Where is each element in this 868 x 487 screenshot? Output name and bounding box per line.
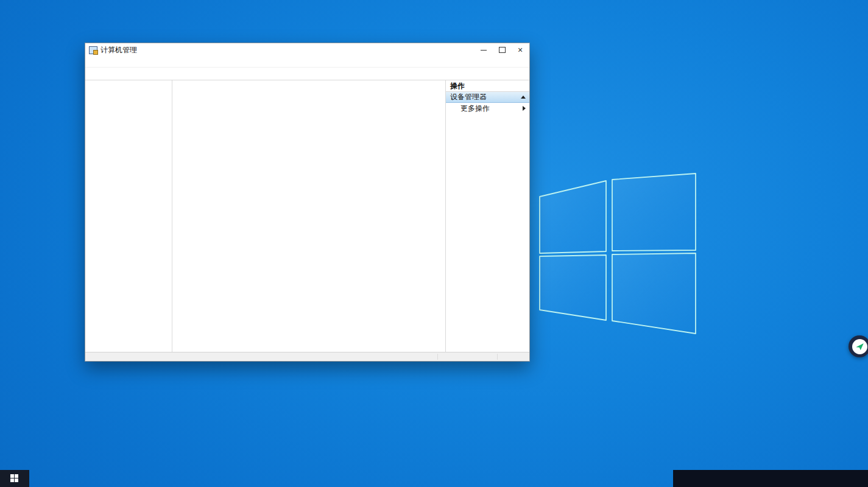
windows-logo-icon [10, 474, 19, 483]
collapse-icon[interactable] [521, 96, 526, 99]
statusbar-divider [497, 354, 498, 360]
computer-management-window: 计算机管理 × 操作 设备管理器 更多操作 [85, 43, 530, 362]
more-actions-label: 更多操作 [460, 103, 490, 114]
actions-group-label: 设备管理器 [450, 92, 487, 102]
raylink-ball-icon [852, 339, 867, 354]
actions-header: 操作 [446, 80, 529, 92]
device-tree-pane [172, 80, 445, 352]
window-title: 计算机管理 [101, 45, 475, 55]
maximize-button[interactable] [493, 43, 511, 57]
actions-group-device-manager[interactable]: 设备管理器 [446, 92, 529, 103]
raylink-floating-ball[interactable] [849, 335, 868, 357]
window-content: 操作 设备管理器 更多操作 [85, 80, 529, 352]
start-button[interactable] [0, 470, 29, 487]
more-actions-item[interactable]: 更多操作 [446, 103, 529, 114]
computer-management-icon [89, 46, 97, 54]
system-tray [673, 470, 868, 487]
close-button[interactable]: × [511, 43, 529, 57]
title-bar[interactable]: 计算机管理 × [85, 43, 529, 57]
statusbar-divider [437, 354, 438, 360]
console-tree-pane [85, 80, 172, 352]
submenu-arrow-icon [523, 106, 526, 111]
status-bar [85, 352, 529, 361]
toolbar [85, 68, 529, 80]
desktop: { "colors": { "desktop_accent": "#1486df… [0, 0, 868, 487]
wallpaper-windows-logo [539, 172, 697, 335]
actions-pane: 操作 设备管理器 更多操作 [445, 80, 529, 352]
menu-bar [85, 57, 529, 68]
minimize-button[interactable] [475, 43, 493, 57]
